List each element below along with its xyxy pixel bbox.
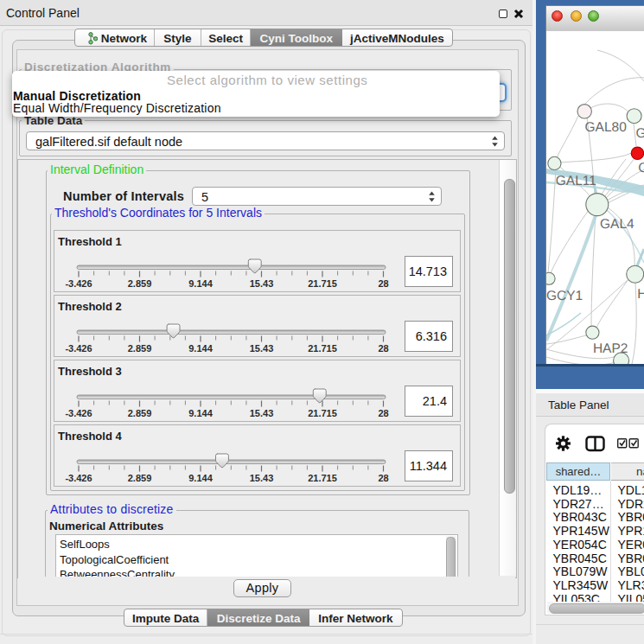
svg-text:15.43: 15.43 xyxy=(250,343,274,354)
svg-text:HAP2: HAP2 xyxy=(593,341,628,356)
svg-text:GAL4: GAL4 xyxy=(600,217,634,232)
svg-text:15.43: 15.43 xyxy=(250,408,274,418)
svg-text:9.144: 9.144 xyxy=(188,473,213,483)
svg-text:21.715: 21.715 xyxy=(308,343,337,354)
svg-text:28: 28 xyxy=(378,278,388,289)
svg-text:28: 28 xyxy=(378,473,388,483)
svg-text:21.715: 21.715 xyxy=(308,278,337,289)
svg-text:2.859: 2.859 xyxy=(128,408,152,418)
svg-text:GAL80: GAL80 xyxy=(585,120,628,135)
svg-text:2.859: 2.859 xyxy=(128,473,152,483)
svg-text:15.43: 15.43 xyxy=(250,473,274,483)
svg-text:9.144: 9.144 xyxy=(188,408,213,418)
svg-text:21.715: 21.715 xyxy=(308,473,337,483)
svg-text:15.43: 15.43 xyxy=(250,278,274,289)
svg-text:-3.426: -3.426 xyxy=(65,473,92,483)
svg-text:21.715: 21.715 xyxy=(308,408,337,418)
svg-text:9.144: 9.144 xyxy=(188,343,213,354)
svg-text:2.859: 2.859 xyxy=(128,278,152,289)
svg-text:GA: GA xyxy=(636,126,644,141)
svg-text:GCY1: GCY1 xyxy=(546,289,583,303)
svg-text:28: 28 xyxy=(378,343,388,354)
svg-text:-3.426: -3.426 xyxy=(65,343,92,354)
svg-text:28: 28 xyxy=(378,408,388,418)
svg-text:-3.426: -3.426 xyxy=(65,408,92,418)
svg-text:H: H xyxy=(637,287,644,302)
svg-text:2.859: 2.859 xyxy=(128,343,152,354)
svg-text:C: C xyxy=(638,161,644,175)
svg-text:-3.426: -3.426 xyxy=(65,278,92,289)
svg-text:GAL11: GAL11 xyxy=(556,174,596,188)
svg-text:9.144: 9.144 xyxy=(188,278,213,289)
